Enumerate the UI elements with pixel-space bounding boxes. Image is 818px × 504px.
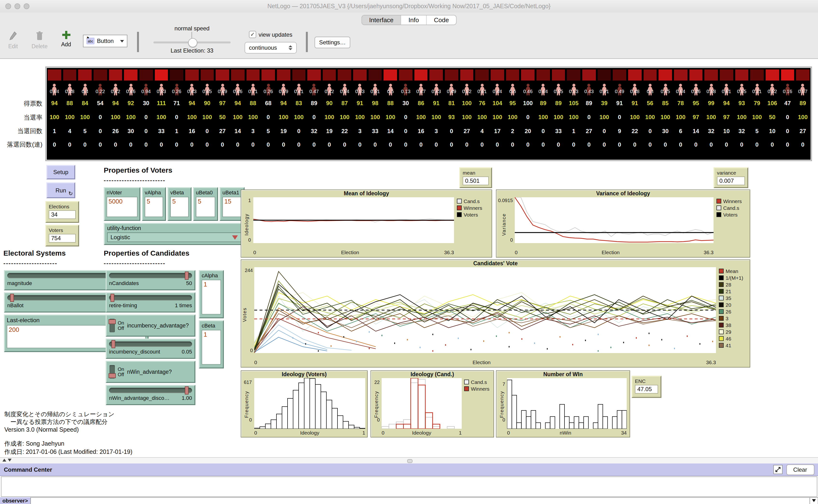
toolbar-separator xyxy=(306,32,308,52)
switch-handle[interactable] xyxy=(109,373,116,378)
command-center-splitter[interactable] xyxy=(0,457,818,464)
minimize-button-icon[interactable] xyxy=(14,3,20,9)
command-input[interactable] xyxy=(30,497,809,504)
party-square xyxy=(399,69,412,81)
ncandidates-slider[interactable]: nCandidates50 xyxy=(106,270,195,290)
expand-icon[interactable] xyxy=(773,465,782,474)
plot-legend: WinnersCand.sVoters xyxy=(716,198,742,218)
row-label-wins: 当選回数 xyxy=(0,127,42,136)
party-square xyxy=(536,69,550,81)
row-label-win-rate: 当選率 xyxy=(0,113,42,122)
nwin-advantage-discount-slider[interactable]: nWin_advantage_disco…1.00 xyxy=(106,385,195,405)
party-square xyxy=(292,69,305,81)
legend-item: 46 xyxy=(719,336,743,341)
party-square xyxy=(781,69,794,81)
plot-legend: Cand.sWinnersVoters xyxy=(457,198,482,218)
party-square xyxy=(323,69,336,81)
tab-interface[interactable]: Interface xyxy=(362,15,401,25)
command-center-output[interactable] xyxy=(1,477,817,497)
party-square xyxy=(78,69,92,81)
widget-type-dropdown[interactable]: abc Button xyxy=(83,35,127,47)
close-button-icon[interactable] xyxy=(5,3,11,9)
party-square xyxy=(766,69,779,81)
party-square xyxy=(689,69,702,81)
legend-item: Cand.s xyxy=(464,379,489,385)
legend-item: 35 xyxy=(719,295,743,301)
legend-item: 3 xyxy=(719,315,743,321)
party-square xyxy=(155,69,168,81)
legend-item: Voters xyxy=(716,212,742,218)
party-square xyxy=(628,69,641,81)
legend-swatch-icon xyxy=(719,275,724,280)
delete-button[interactable]: Delete xyxy=(30,31,49,49)
party-square xyxy=(430,69,443,81)
cbeta-input[interactable]: cBeta1 xyxy=(199,320,224,368)
legend-swatch-icon xyxy=(719,282,724,287)
row-label-losses: 落選回数(連) xyxy=(0,140,42,149)
retire-timing-slider[interactable]: retire-timing1 times xyxy=(106,292,195,313)
calpha-input[interactable]: cAlpha1 xyxy=(199,270,224,318)
party-square xyxy=(261,69,275,81)
settings-button[interactable]: Settings… xyxy=(315,37,350,48)
losses-value: 0 xyxy=(791,141,814,148)
clear-button[interactable]: Clear xyxy=(786,464,814,475)
utility-function-chooser[interactable]: utility-function Logistic xyxy=(104,223,245,245)
zoom-button-icon[interactable] xyxy=(24,3,29,9)
tick-counter: Last Election: 33 xyxy=(145,47,239,54)
incumbency-discount-slider[interactable]: incumbency_discount0.05 xyxy=(106,339,195,359)
party-square xyxy=(109,69,122,81)
legend-item: 20 xyxy=(719,302,743,308)
view-updates-label: view updates xyxy=(259,31,292,38)
party-square xyxy=(643,69,657,81)
agent-type-dropdown[interactable] xyxy=(809,497,818,504)
party-square xyxy=(139,69,153,81)
add-button[interactable]: Add xyxy=(57,30,75,47)
splitter-arrows-icon[interactable] xyxy=(2,459,12,462)
party-square xyxy=(460,69,473,81)
ubeta0-input[interactable]: uBeta05 xyxy=(193,187,218,221)
section-title-electoral: Electoral Systems xyxy=(3,249,66,257)
legend-swatch-icon xyxy=(716,205,721,210)
valpha-input[interactable]: vAlpha5 xyxy=(142,187,166,221)
view-updates-checkbox[interactable]: ✓ view updates xyxy=(249,31,292,38)
title-bar: NetLogo — 201705JAES_V3 {/Users/jaehyuns… xyxy=(0,0,818,13)
party-square xyxy=(384,69,397,81)
world-view: 0.6494100100.3888100400.484100500.225400… xyxy=(46,67,811,161)
legend-item: Mean xyxy=(719,268,743,274)
legend-swatch-icon xyxy=(719,343,724,348)
legend-swatch-icon xyxy=(464,386,469,391)
nvoter-input[interactable]: nVoter5000 xyxy=(104,187,140,221)
toolbar: Interface Info Code Edit Delete Add abc … xyxy=(0,13,818,59)
win-rate-value: 100 xyxy=(791,114,814,121)
switch-handle[interactable] xyxy=(109,319,116,324)
party-square xyxy=(338,69,351,81)
run-button[interactable]: Run↻ xyxy=(46,182,75,198)
row-label-votes: 得票数 xyxy=(0,99,42,108)
party-square xyxy=(750,69,763,81)
speed-slider[interactable] xyxy=(153,41,231,43)
tab-code[interactable]: Code xyxy=(427,15,456,25)
setup-button[interactable]: Setup xyxy=(46,165,75,179)
nwin-advantage-switch[interactable]: OnOff nWin_advantage? xyxy=(106,361,195,383)
edit-button[interactable]: Edit xyxy=(5,31,21,49)
update-mode-select[interactable]: continuous xyxy=(245,42,297,54)
netlogo-window: NetLogo — 201705JAES_V3 {/Users/jaehyuns… xyxy=(0,0,818,504)
vbeta-input[interactable]: vBeta5 xyxy=(167,187,192,221)
party-square xyxy=(231,69,244,81)
speed-slider-thumb[interactable] xyxy=(188,38,197,47)
plot-legend: Cand.sWinners xyxy=(464,379,489,392)
party-square xyxy=(369,69,382,81)
plot-legend: Mean1/(M+1)2821352026338294641 xyxy=(719,268,743,348)
tab-info[interactable]: Info xyxy=(401,15,426,25)
incumbency-advantage-switch[interactable]: OnOff incumbency_advantage? xyxy=(106,314,195,337)
plus-icon xyxy=(61,30,71,40)
splitter-handle[interactable] xyxy=(407,459,412,463)
abc-widget-icon: abc xyxy=(86,38,95,44)
party-square xyxy=(491,69,504,81)
author-info: 作成者: Song Jaehyun 作成日: 2017-01-06 (Last … xyxy=(4,440,132,456)
legend-item: Winners xyxy=(716,198,742,204)
candidate-columns: 0.6494100100.3888100400.484100500.225400… xyxy=(47,68,811,160)
window-title: NetLogo — 201705JAES_V3 {/Users/jaehyuns… xyxy=(29,3,789,10)
plot-mean-of-ideology: Mean of Ideology Ideology 1 0 Cand.sWinn… xyxy=(241,190,492,258)
party-square xyxy=(506,69,519,81)
